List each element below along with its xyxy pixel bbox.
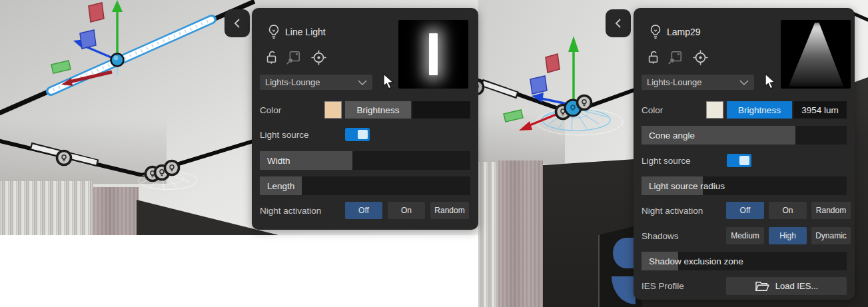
light-group-value: Lights-Lounge (265, 77, 320, 87)
shadows-label: Shadows (642, 231, 679, 241)
toggle-knob (358, 130, 368, 139)
gizmo-plane-red[interactable] (89, 3, 104, 22)
panel-collapse-button[interactable] (224, 9, 250, 37)
gizmo-plane-blue[interactable] (530, 76, 547, 94)
lamp-marker[interactable] (578, 96, 592, 110)
panel-collapse-button[interactable] (606, 9, 631, 37)
night-activation-label: Night activation (642, 206, 703, 216)
length-slider-label: Length (267, 181, 294, 191)
gizmo-y-arrowhead[interactable] (568, 36, 579, 52)
shadows-medium-button[interactable]: Medium (726, 227, 764, 244)
brightness-button[interactable]: Brightness (727, 101, 792, 119)
shadow-exclusion-zone-slider[interactable]: Shadow exclusion zone (642, 252, 847, 270)
lamp-marker[interactable] (57, 151, 71, 165)
brightness-value-field[interactable]: 3954 lum (793, 101, 847, 119)
gizmo-origin-handle[interactable] (111, 54, 124, 67)
gizmo-y-arrowhead[interactable] (112, 0, 123, 12)
light-source-toggle[interactable] (345, 128, 370, 141)
width-slider-label: Width (267, 156, 290, 166)
light-source-radius-slider-label: Light source radius (649, 181, 725, 191)
folder-open-icon (755, 280, 769, 292)
line-light-glow (429, 33, 438, 75)
ies-profile-label: IES Profile (642, 281, 684, 291)
load-ies-label: Load IES... (775, 281, 818, 291)
shadows-dynamic-button[interactable]: Dynamic (811, 227, 851, 244)
night-activation-off-button[interactable]: Off (345, 202, 382, 219)
light-group-dropdown[interactable]: Lights-Lounge (260, 75, 372, 90)
brightness-button[interactable]: Brightness (345, 101, 411, 119)
unlock-icon[interactable] (264, 49, 279, 65)
night-activation-random-button[interactable]: Random (430, 202, 469, 219)
toggle-knob (739, 156, 749, 165)
gizmo-plane-red[interactable] (546, 54, 560, 73)
lamp-marker[interactable] (165, 161, 179, 175)
light-properties-panel-lamp29: Lamp29 Lights-Lounge Color Brightness 39… (634, 8, 855, 300)
screenshot-icon[interactable] (667, 49, 683, 65)
length-slider[interactable]: Length (260, 176, 470, 195)
night-activation-random-button[interactable]: Random (811, 202, 851, 219)
shadow-exclusion-zone-slider-label: Shadow exclusion zone (649, 256, 743, 266)
focus-target-icon[interactable] (310, 49, 327, 66)
chevron-left-icon (233, 18, 241, 29)
shadows-high-button[interactable]: High (769, 227, 807, 244)
color-swatch[interactable] (324, 101, 342, 119)
chevron-down-icon (358, 80, 367, 85)
select-cursor-icon[interactable] (763, 73, 778, 90)
gizmo-plane-green[interactable] (51, 61, 71, 73)
night-activation-off-button[interactable]: Off (726, 202, 764, 219)
chevron-down-icon (739, 80, 749, 85)
gizmo-plane-green[interactable] (504, 110, 523, 122)
gizmo-plane-blue[interactable] (80, 30, 96, 49)
light-properties-panel-line-light: Line Light Lights-Lounge Color Brightnes… (252, 8, 478, 230)
light-group-dropdown[interactable]: Lights-Lounge (642, 75, 754, 90)
light-source-label: Light source (642, 156, 691, 166)
load-ies-button[interactable]: Load IES... (726, 277, 847, 295)
select-cursor-icon[interactable] (382, 73, 396, 90)
app-root: { "colors": { "panel-bg": "#282828", "ac… (0, 0, 868, 307)
color-swatch[interactable] (706, 101, 723, 119)
panel-title: Line Light (285, 27, 326, 37)
chevron-left-icon (614, 18, 622, 29)
color-label: Color (642, 105, 663, 115)
light-bulb-icon (266, 24, 281, 40)
night-activation-label: Night activation (260, 206, 321, 216)
cone-angle-slider[interactable]: Cone angle (642, 126, 847, 145)
screenshot-icon[interactable] (285, 49, 301, 65)
panel-title: Lamp29 (667, 27, 701, 37)
light-preview-thumbnail[interactable] (398, 20, 468, 89)
light-source-radius-slider[interactable]: Light source radius (642, 176, 847, 195)
gizmo-x-arrowhead[interactable] (519, 121, 532, 131)
light-source-label: Light source (260, 130, 309, 140)
night-activation-on-button[interactable]: On (388, 202, 425, 219)
lamp-marker[interactable] (478, 81, 484, 95)
width-slider[interactable]: Width (260, 151, 470, 170)
focus-target-icon[interactable] (692, 49, 709, 66)
light-preview-thumbnail[interactable] (781, 20, 851, 89)
gizmo-origin-highlight (114, 56, 119, 61)
light-group-value: Lights-Lounge (647, 77, 701, 87)
night-activation-on-button[interactable]: On (769, 202, 807, 219)
move-gizmo[interactable] (51, 0, 124, 75)
light-source-toggle[interactable] (727, 154, 751, 167)
unlock-icon[interactable] (646, 49, 661, 65)
cone-angle-slider-label: Cone angle (649, 131, 695, 141)
spot-light-glow (786, 23, 846, 87)
color-label: Color (260, 105, 281, 115)
brightness-value-field[interactable] (412, 101, 470, 119)
line-light-small[interactable] (483, 83, 516, 95)
light-bulb-icon (648, 24, 663, 40)
